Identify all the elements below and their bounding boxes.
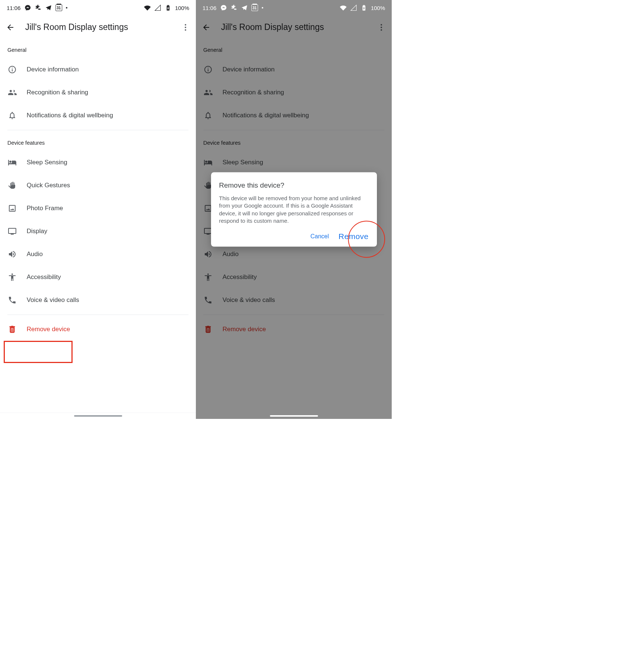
accessibility-icon (203, 272, 213, 282)
nav-pill[interactable] (270, 415, 318, 417)
row-notifications-wellbeing[interactable]: Notifications & digital wellbeing (0, 104, 196, 127)
trash-icon (203, 325, 213, 334)
status-bar: 11:06 31 100% (196, 0, 392, 16)
divider (203, 130, 384, 130)
section-general-label: General (196, 40, 392, 58)
telegram-icon (45, 4, 52, 11)
messenger-icon (220, 4, 227, 11)
wifi-icon (144, 4, 151, 11)
row-label: Display (27, 228, 47, 235)
phone-icon (7, 295, 17, 305)
more-menu-icon[interactable] (377, 23, 386, 32)
divider (203, 315, 384, 315)
app-bar: Jill's Room Display settings (0, 16, 196, 40)
telegram-icon (241, 4, 248, 11)
phone-icon (203, 295, 213, 305)
photo-icon (7, 204, 17, 213)
nav-pill[interactable] (74, 415, 122, 417)
row-accessibility[interactable]: Accessibility (196, 266, 392, 289)
row-label: Quick Gestures (27, 182, 70, 189)
row-voice-video-calls[interactable]: Voice & video calls (196, 289, 392, 312)
dialog-title: Remove this device? (219, 181, 369, 189)
phone-screenshot-left: 11:06 31 100% Jill's Room Display settin… (0, 0, 196, 419)
row-label: Photo Frame (27, 205, 63, 212)
row-sleep-sensing[interactable]: Sleep Sensing (0, 151, 196, 174)
row-sleep-sensing[interactable]: Sleep Sensing (196, 151, 392, 174)
section-general-label: General (0, 40, 196, 58)
row-remove-device[interactable]: Remove device (196, 318, 392, 341)
row-recognition-sharing[interactable]: Recognition & sharing (196, 81, 392, 104)
row-recognition-sharing[interactable]: Recognition & sharing (0, 81, 196, 104)
dialog-actions: Cancel Remove (219, 232, 369, 241)
divider (7, 130, 188, 130)
section-features-label: Device features (0, 133, 196, 151)
row-accessibility[interactable]: Accessibility (0, 266, 196, 289)
row-notifications-wellbeing[interactable]: Notifications & digital wellbeing (196, 104, 392, 127)
signal-icon (350, 4, 357, 11)
row-label: Audio (223, 251, 238, 258)
row-device-information[interactable]: Device information (196, 58, 392, 81)
back-arrow-icon[interactable] (6, 23, 15, 32)
messenger-icon (24, 4, 31, 11)
row-label: Device information (223, 66, 275, 73)
row-label: Accessibility (27, 273, 61, 281)
status-time: 11:06 (7, 5, 21, 11)
remove-device-label: Remove device (27, 326, 70, 333)
slack-icon (35, 4, 41, 11)
row-voice-video-calls[interactable]: Voice & video calls (0, 289, 196, 312)
row-label: Audio (27, 251, 43, 258)
status-battery: 100% (371, 5, 385, 11)
row-label: Device information (27, 66, 79, 73)
info-icon (7, 65, 17, 74)
speaker-icon (203, 249, 213, 259)
divider (7, 315, 188, 315)
hand-icon (7, 181, 17, 190)
row-display[interactable]: Display (0, 220, 196, 243)
calendar-icon: 31 (56, 4, 62, 11)
remove-device-label: Remove device (223, 326, 266, 333)
accessibility-icon (7, 272, 17, 282)
bell-icon (203, 111, 213, 120)
more-menu-icon[interactable] (181, 23, 190, 32)
bell-icon (7, 111, 17, 120)
row-label: Notifications & digital wellbeing (223, 112, 309, 119)
battery-charging-icon (361, 4, 367, 11)
status-battery: 100% (175, 5, 189, 11)
row-quick-gestures[interactable]: Quick Gestures (0, 174, 196, 197)
page-title: Jill's Room Display settings (25, 22, 171, 32)
row-device-information[interactable]: Device information (0, 58, 196, 81)
row-label: Notifications & digital wellbeing (27, 112, 113, 119)
page-title: Jill's Room Display settings (221, 22, 367, 32)
trash-icon (7, 325, 17, 334)
display-icon (7, 226, 17, 236)
row-label: Recognition & sharing (27, 89, 88, 96)
people-icon (7, 88, 17, 97)
remove-device-dialog: Remove this device? This device will be … (211, 172, 377, 247)
dialog-body: This device will be removed from your ho… (219, 195, 369, 225)
row-label: Recognition & sharing (223, 89, 284, 96)
notification-dot-icon (66, 7, 67, 9)
row-label: Sleep Sensing (223, 159, 263, 166)
signal-icon (154, 4, 161, 11)
dialog-remove-button[interactable]: Remove (338, 232, 368, 241)
row-remove-device[interactable]: Remove device (0, 318, 196, 341)
battery-charging-icon (165, 4, 171, 11)
bed-icon (7, 158, 17, 167)
speaker-icon (7, 249, 17, 259)
calendar-icon: 31 (251, 4, 258, 11)
row-label: Sleep Sensing (27, 159, 67, 166)
info-icon (203, 65, 213, 74)
row-photo-frame[interactable]: Photo Frame (0, 197, 196, 220)
back-arrow-icon[interactable] (202, 23, 211, 32)
status-time: 11:06 (203, 5, 217, 11)
row-label: Voice & video calls (223, 296, 275, 304)
bed-icon (203, 158, 213, 167)
row-label: Voice & video calls (27, 296, 79, 304)
status-bar: 11:06 31 100% (0, 0, 196, 16)
dialog-cancel-button[interactable]: Cancel (310, 233, 329, 240)
notification-dot-icon (262, 7, 263, 9)
row-audio[interactable]: Audio (0, 243, 196, 266)
bottom-divider (0, 413, 196, 413)
app-bar: Jill's Room Display settings (196, 16, 392, 40)
row-label: Accessibility (223, 273, 257, 281)
